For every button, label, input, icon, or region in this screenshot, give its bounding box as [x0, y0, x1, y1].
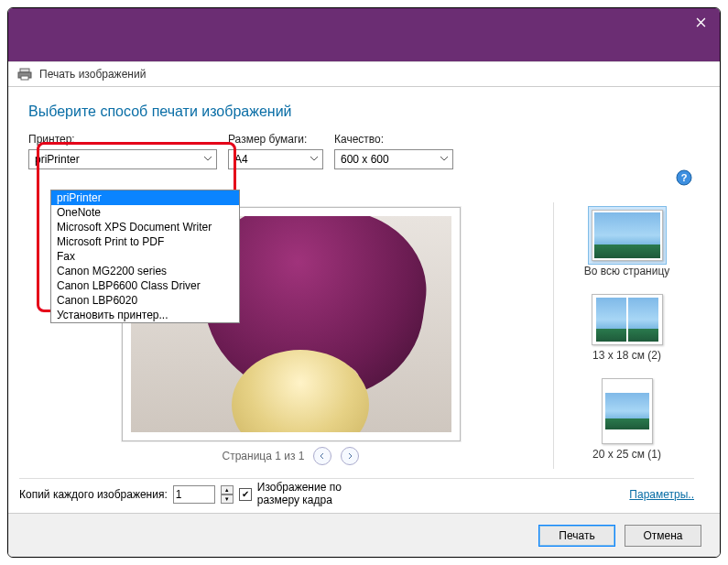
layout-list[interactable]: Во всю страницу 13 x 18 см (2) 20 x 25 с…	[553, 202, 700, 469]
printer-icon	[17, 67, 32, 81]
cancel-button[interactable]: Отмена	[625, 525, 701, 547]
copies-down-button[interactable]: ▼	[221, 494, 234, 504]
chevron-down-icon	[440, 154, 449, 163]
paper-control: Размер бумаги: A4	[228, 133, 323, 169]
printer-combobox[interactable]: priPrinter	[28, 149, 217, 169]
fit-frame-checkbox[interactable]: ✔	[239, 488, 252, 501]
parameters-link[interactable]: Параметры..	[629, 488, 694, 501]
titlebar	[8, 8, 720, 61]
arrow-right-icon	[346, 452, 353, 460]
copies-up-button[interactable]: ▲	[221, 485, 234, 494]
help-icon[interactable]: ?	[676, 169, 692, 186]
paper-combobox[interactable]: A4	[228, 149, 323, 169]
layout-option-20x25[interactable]: 20 x 25 см (1)	[554, 375, 700, 461]
printer-selected: priPrinter	[35, 153, 80, 166]
layout-label: 20 x 25 см (1)	[592, 448, 661, 461]
printer-option[interactable]: Canon LBP6020	[51, 293, 239, 308]
printer-option[interactable]: Fax	[51, 249, 239, 264]
printer-dropdown-list: priPrinterOneNoteMicrosoft XPS Document …	[50, 190, 240, 323]
paper-selected: A4	[234, 153, 248, 166]
printer-label: Принтер:	[28, 133, 217, 146]
paper-label: Размер бумаги:	[228, 133, 323, 146]
copies-label: Копий каждого изображения:	[19, 488, 168, 501]
arrow-left-icon	[319, 452, 326, 460]
quality-label: Качество:	[334, 133, 453, 146]
printer-option[interactable]: Microsoft Print to PDF	[51, 234, 239, 249]
print-dialog: Печать изображений Выберите способ печат…	[7, 7, 721, 558]
printer-option[interactable]: Microsoft XPS Document Writer	[51, 220, 239, 234]
print-button[interactable]: Печать	[538, 525, 615, 547]
pager: Страница 1 из 1	[223, 447, 360, 465]
chevron-down-icon	[203, 154, 212, 163]
layout-label: 13 x 18 см (2)	[592, 349, 661, 362]
printer-option[interactable]: Canon MG2200 series	[51, 264, 239, 278]
instruction-area: Выберите способ печати изображений	[8, 87, 720, 133]
printer-option[interactable]: OneNote	[51, 205, 239, 220]
instruction-text: Выберите способ печати изображений	[28, 103, 700, 120]
fit-frame-label: Изображение по размеру кадра	[257, 482, 342, 505]
prev-page-button[interactable]	[313, 447, 331, 465]
controls-row: Принтер: priPrinter Размер бумаги: A4 Ка…	[8, 133, 720, 169]
svg-rect-2	[21, 76, 28, 80]
quality-control: Качество: 600 x 600	[334, 133, 453, 169]
layout-option-13x18[interactable]: 13 x 18 см (2)	[554, 290, 700, 362]
bottom-row: Копий каждого изображения: ▲ ▼ ✔ Изображ…	[19, 478, 694, 505]
copies-spinner: ▲ ▼	[221, 485, 234, 504]
header-band: Печать изображений	[8, 61, 720, 87]
svg-rect-0	[20, 69, 29, 72]
printer-option[interactable]: priPrinter	[51, 190, 239, 205]
quality-combobox[interactable]: 600 x 600	[334, 149, 453, 169]
layout-label: Во всю страницу	[584, 265, 670, 277]
quality-selected: 600 x 600	[341, 153, 389, 166]
printer-option[interactable]: Canon LBP6600 Class Driver	[51, 278, 239, 293]
next-page-button[interactable]	[341, 447, 359, 465]
chevron-down-icon	[310, 154, 319, 163]
button-row: Печать Отмена	[8, 513, 720, 557]
header-title: Печать изображений	[39, 68, 146, 81]
svg-text:?: ?	[681, 172, 688, 183]
printer-control: Принтер: priPrinter	[28, 133, 217, 169]
printer-option[interactable]: Установить принтер...	[51, 308, 239, 322]
copies-input[interactable]	[173, 485, 215, 504]
pager-text: Страница 1 из 1	[223, 450, 305, 462]
layout-option-full-page[interactable]: Во всю страницу	[554, 206, 700, 277]
close-button[interactable]	[681, 8, 720, 36]
close-icon	[696, 17, 706, 27]
